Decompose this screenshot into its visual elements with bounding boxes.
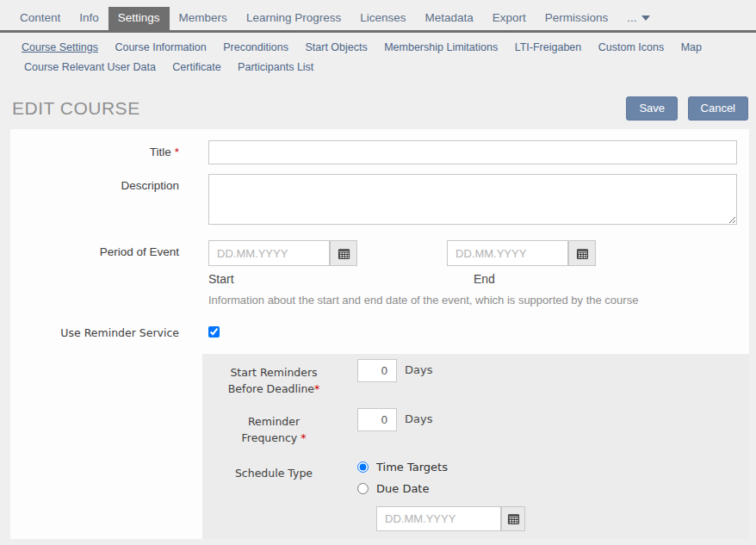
save-button[interactable]: Save [626, 96, 678, 121]
tab-permissions[interactable]: Permissions [536, 7, 618, 30]
subtab-course-information[interactable]: Course Information [115, 41, 206, 53]
period-end-label: End [474, 272, 495, 286]
cancel-button[interactable]: Cancel [688, 96, 748, 121]
schedule-option-time-targets[interactable]: Time Targets [357, 461, 525, 474]
tab-licenses[interactable]: Licenses [350, 7, 415, 30]
period-end-group [447, 240, 596, 266]
sub-tab-bar: Course Settings Course Information Preco… [0, 33, 756, 84]
edit-course-form: Title* Description Period of Event [10, 129, 749, 539]
title-required-marker: * [175, 146, 179, 158]
calendar-icon [576, 247, 589, 260]
action-buttons: Save Cancel [620, 96, 748, 121]
start-reminders-label: Start Reminders Before Deadline* [209, 359, 338, 397]
reminder-frequency-label-line1: Reminder [248, 415, 300, 428]
due-date-calendar-button[interactable] [501, 506, 525, 531]
page-title: EDIT COURSE [12, 98, 140, 119]
description-row: Description [10, 174, 749, 228]
title-control [208, 140, 737, 164]
reminder-frequency-unit: Days [405, 408, 432, 446]
period-start-label: Start [208, 272, 474, 286]
use-reminder-service-checkbox[interactable] [208, 326, 220, 338]
reminder-row: Use Reminder Service [10, 325, 749, 341]
tab-learning-progress[interactable]: Learning Progress [237, 7, 350, 30]
start-reminders-control: Days [357, 359, 432, 397]
due-date-label: Due Date [376, 482, 429, 495]
title-row: Title* [10, 140, 749, 164]
chevron-down-icon [641, 15, 650, 21]
calendar-icon [338, 247, 350, 260]
tab-more[interactable]: ... [617, 7, 659, 30]
period-end-input[interactable] [447, 240, 568, 266]
main-tab-bar: Content Info Settings Members Learning P… [0, 0, 756, 33]
tab-metadata[interactable]: Metadata [416, 7, 483, 30]
period-start-group [208, 240, 357, 266]
subtab-certificate[interactable]: Certificate [172, 61, 220, 73]
tab-content[interactable]: Content [10, 7, 70, 30]
reminder-settings-panel: Start Reminders Before Deadline* Days Re… [202, 354, 749, 539]
subtab-custom-icons[interactable]: Custom Icons [598, 41, 664, 53]
reminder-frequency-row: Reminder Frequency* Days [202, 408, 749, 446]
schedule-option-due-date[interactable]: Due Date [357, 482, 525, 495]
start-reminders-days-input[interactable] [357, 359, 397, 382]
tab-members[interactable]: Members [170, 7, 237, 30]
subtab-membership-limitations[interactable]: Membership Limitations [384, 41, 498, 53]
subtab-course-relevant-user-data[interactable]: Course Relevant User Data [24, 61, 156, 73]
sub-tab-row-2: Course Relevant User Data Certificate Pa… [22, 61, 739, 73]
time-targets-label: Time Targets [376, 461, 448, 474]
subtab-start-objects[interactable]: Start Objects [305, 41, 367, 53]
period-help-text: Information about the start and end date… [208, 294, 737, 307]
period-label: Period of Event [10, 240, 179, 307]
subtab-lti-freigaben[interactable]: LTI-Freigaben [515, 41, 582, 53]
period-inputs [208, 240, 737, 266]
start-reminders-label-line1: Start Reminders [230, 366, 317, 379]
description-control [208, 174, 737, 228]
due-date-input[interactable] [376, 506, 501, 531]
title-label: Title* [10, 140, 179, 164]
sub-tab-row-1: Course Settings Course Information Preco… [22, 41, 739, 53]
reminder-control [208, 325, 737, 341]
subtab-course-settings[interactable]: Course Settings [22, 41, 98, 53]
reminder-frequency-label-line2: Frequency [242, 431, 298, 444]
due-date-group [376, 506, 525, 531]
subtab-preconditions[interactable]: Preconditions [223, 41, 288, 53]
period-sub-labels: Start End [208, 272, 737, 286]
reminder-frequency-required-marker: * [301, 431, 306, 444]
period-end-calendar-button[interactable] [568, 240, 596, 266]
page-header: EDIT COURSE Save Cancel [12, 96, 748, 121]
start-reminders-required-marker: * [314, 382, 319, 395]
period-row: Period of Event [10, 240, 749, 307]
subtab-participants-list[interactable]: Participants List [238, 61, 313, 73]
reminder-label: Use Reminder Service [10, 325, 179, 341]
start-reminders-unit: Days [405, 359, 432, 397]
period-start-calendar-button[interactable] [330, 240, 357, 266]
schedule-type-label: Schedule Type [209, 461, 338, 531]
period-start-input[interactable] [208, 240, 330, 266]
period-control: Start End Information about the start an… [208, 240, 737, 307]
title-label-text: Title [150, 146, 171, 158]
tab-info[interactable]: Info [70, 7, 108, 30]
schedule-type-options: Time Targets Due Date [357, 461, 525, 531]
reminder-frequency-control: Days [357, 408, 432, 446]
calendar-icon [507, 512, 520, 525]
tab-export[interactable]: Export [483, 7, 536, 30]
reminder-frequency-days-input[interactable] [357, 408, 397, 431]
title-input[interactable] [208, 140, 737, 164]
time-targets-radio[interactable] [357, 461, 369, 473]
description-textarea[interactable] [208, 174, 737, 225]
subtab-map[interactable]: Map [681, 41, 702, 53]
tab-settings[interactable]: Settings [108, 7, 170, 30]
start-reminders-label-line2: Before Deadline [228, 382, 314, 395]
schedule-type-row: Schedule Type Time Targets Due Date [202, 461, 749, 531]
due-date-radio[interactable] [357, 483, 369, 494]
start-reminders-row: Start Reminders Before Deadline* Days [202, 359, 749, 397]
reminder-frequency-label: Reminder Frequency* [209, 408, 338, 446]
description-label: Description [10, 174, 179, 228]
tab-more-label: ... [627, 11, 636, 24]
